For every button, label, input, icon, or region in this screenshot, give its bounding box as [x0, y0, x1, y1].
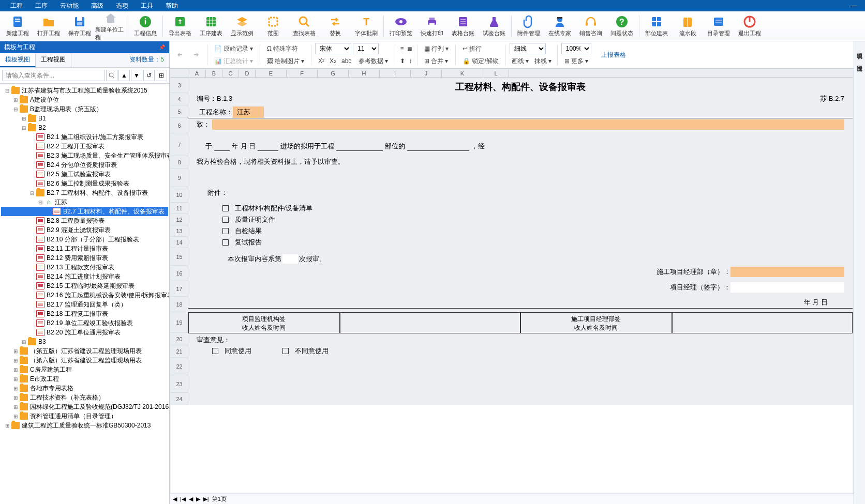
menu-选项[interactable]: 选项 [110, 2, 135, 10]
clear-button[interactable]: ↺ [143, 70, 155, 81]
row-header[interactable]: 7 [171, 133, 188, 156]
expand-icon[interactable]: ⊟ [21, 125, 27, 131]
wrap-button[interactable]: ↩ 折行 [459, 43, 501, 54]
project-info-button[interactable]: i工程信息 [130, 12, 161, 40]
tree-node[interactable]: B2.3 施工现场质量、安全生产管理体系报审表 [1, 151, 168, 160]
align-center-button[interactable]: ≣ [406, 43, 413, 54]
row-header[interactable]: 15 [171, 248, 188, 266]
row-header[interactable]: 4 [171, 93, 188, 105]
menu-工序[interactable]: 工序 [29, 2, 54, 10]
col-header[interactable]: E [256, 70, 287, 77]
to-value[interactable] [212, 119, 844, 130]
col-header[interactable]: A [188, 70, 206, 77]
expand-icon[interactable]: ⊟ [37, 200, 43, 205]
tree-node[interactable]: B2.12 费用索赔报审表 [1, 253, 168, 263]
online-expert-button[interactable]: 在线专家 [544, 12, 575, 40]
new-project-button[interactable]: 新建工程 [2, 12, 33, 40]
col-header[interactable]: D [239, 70, 256, 77]
subscript-button[interactable]: X₂ [329, 55, 337, 67]
new-unit-button[interactable]: 新建单位工程 [95, 12, 126, 40]
tree-node[interactable]: ⊞工程技术资料（补充表格） [1, 393, 168, 402]
expand-icon[interactable]: ⊞ [12, 348, 19, 354]
menu-云功能[interactable]: 云功能 [54, 2, 85, 10]
tree-node[interactable]: B2.16 施工起重机械设备安装/使用/拆卸报审表 [1, 291, 168, 300]
checkbox-disagree[interactable] [282, 348, 289, 354]
filter-button[interactable]: ⊞ [156, 70, 167, 81]
tree-node[interactable]: ⊞各地市专用表格 [1, 384, 168, 393]
project-name-value[interactable]: 江苏 [233, 106, 264, 118]
tree-node[interactable]: ⊟⌂江苏 [1, 197, 168, 207]
rail-tab-help[interactable]: 填表说明 [855, 45, 864, 52]
row-header[interactable]: 16 [171, 266, 188, 281]
menu-帮助[interactable]: 帮助 [159, 2, 184, 10]
font-select[interactable]: 宋体 [315, 43, 351, 54]
redo-button[interactable] [189, 49, 203, 60]
tree-node[interactable]: B2.6 施工控制测量成果报验表 [1, 179, 168, 188]
tree-node[interactable]: ⊞园林绿化工程施工及验收规范(DGJ32/TJ 201-2016) [1, 402, 168, 411]
flow-section-button[interactable]: 流水段 [672, 12, 703, 40]
tree-node[interactable]: B2.1 施工组织设计/施工方案报审表 [1, 132, 168, 142]
row-header[interactable]: 3 [171, 78, 188, 93]
sig-constructor[interactable]: 施工项目经理部签 收人姓名及时间 [520, 312, 672, 335]
row-header[interactable]: 24 [171, 393, 188, 405]
show-sample-button[interactable]: 显示范例 [227, 12, 258, 40]
col-header[interactable]: J [411, 70, 442, 77]
col-header[interactable]: F [287, 70, 318, 77]
scroll-left-icon[interactable]: ◀ [173, 496, 177, 502]
tree-node[interactable]: B2.19 单位工程竣工验收报验表 [1, 318, 168, 328]
last-page-button[interactable]: ▶| [203, 496, 209, 502]
undo-button[interactable] [173, 49, 187, 60]
expand-icon[interactable]: ⊞ [4, 423, 10, 429]
merge-button[interactable]: ⊞ 合并 ▾ [421, 55, 452, 67]
attach-mgr-button[interactable]: 附件管理 [513, 12, 544, 40]
tab-template-view[interactable]: 模板视图 [0, 53, 36, 67]
tree-node[interactable]: B2.9 混凝土浇筑报审表 [1, 225, 168, 235]
show-fanwei-button[interactable]: 范围 [258, 12, 289, 40]
menu-高级[interactable]: 高级 [85, 2, 110, 10]
tree-node[interactable]: B2.18 工程复工报审表 [1, 309, 168, 318]
catalog-button[interactable]: 目录管理 [703, 12, 734, 40]
tree-node[interactable]: ⊞（第六版）江苏省建设工程监理现场用表 [1, 356, 168, 365]
save-project-button[interactable]: 保存工程 [64, 12, 95, 40]
tab-project-view[interactable]: 工程视图 [36, 53, 71, 67]
tree-node[interactable]: ⊞A建设单位 [1, 95, 168, 104]
font-batch-button[interactable]: T字体批刷 [351, 12, 382, 40]
row-header[interactable]: 18 [171, 297, 188, 312]
col-header[interactable]: L [483, 70, 509, 77]
col-header[interactable]: I [380, 70, 411, 77]
tree-node[interactable]: B2.14 施工进度计划报审表 [1, 272, 168, 281]
expand-icon[interactable]: ⊞ [12, 404, 19, 410]
col-header[interactable]: H [349, 70, 380, 77]
search-button[interactable] [106, 70, 117, 81]
menu-工程[interactable]: 工程 [4, 2, 29, 10]
col-header[interactable]: C [222, 70, 239, 77]
expand-icon[interactable]: ⊞ [12, 367, 19, 373]
row-header[interactable]: 5 [171, 105, 188, 118]
zoom-select[interactable]: 100% [561, 43, 591, 54]
checkbox-4[interactable] [222, 239, 229, 246]
search-input[interactable] [2, 70, 105, 81]
row-header[interactable]: 22 [171, 358, 188, 375]
exit-button[interactable]: 退出工程 [734, 12, 765, 40]
strike-button[interactable]: abc [340, 55, 352, 67]
lock-button[interactable]: 🔒 锁定/解锁 [459, 55, 501, 67]
expand-icon[interactable]: ⊞ [12, 97, 19, 103]
expand-icon[interactable]: ⊞ [21, 116, 27, 121]
col-header[interactable]: K [442, 70, 483, 77]
align-left-button[interactable]: ≡ [399, 43, 405, 54]
draw-pic-button[interactable]: 🖼 绘制图片 ▾ [264, 55, 307, 67]
row-header[interactable]: 10 [171, 187, 188, 203]
tree-node[interactable]: B2.8 工程质量报验表 [1, 216, 168, 225]
row-header[interactable]: 17 [171, 281, 188, 297]
pin-icon[interactable]: 📌 [159, 44, 165, 50]
next-page-button[interactable]: ▶ [196, 496, 200, 502]
tree-node[interactable]: B2.11 工程计量报审表 [1, 244, 168, 253]
summary-button[interactable]: 📊 汇总统计 ▾ [211, 55, 256, 67]
template-tree[interactable]: ⊟江苏省建筑与市政工程施工质量验收系统2015⊞A建设单位⊟B监理现场用表（第五… [0, 84, 169, 504]
row-header[interactable]: 23 [171, 375, 188, 393]
col-header[interactable]: G [318, 70, 349, 77]
tree-node[interactable]: ⊞建筑工程施工质量验收统一标准GB50300-2013 [1, 421, 168, 430]
table-ledger-button[interactable]: 表格台账 [448, 12, 479, 40]
sales-button[interactable]: 销售咨询 [575, 12, 606, 40]
first-page-button[interactable]: |◀ [180, 496, 186, 502]
